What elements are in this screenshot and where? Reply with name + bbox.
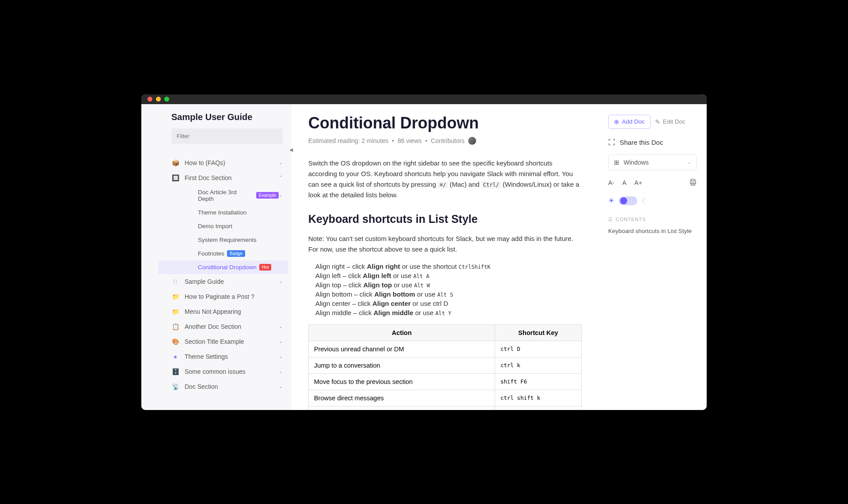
intro-paragraph: Switch the OS dropdown on the right side…: [308, 158, 582, 200]
nav-menu-not-appearing[interactable]: 📁 Menu Not Appearing: [141, 304, 292, 319]
edit-icon: ✎: [655, 118, 660, 125]
share-icon: ⛶: [608, 139, 615, 147]
chevron-down-icon: ⌄: [279, 192, 283, 198]
share-doc-row[interactable]: ⛶ Share this Doc: [608, 139, 697, 147]
reading-time: Estimated reading: 2 minutes: [308, 137, 388, 144]
minimize-window-button[interactable]: [156, 97, 161, 102]
nav-label: Sample Guide: [185, 278, 224, 285]
close-window-button[interactable]: [148, 97, 152, 102]
os-value: Windows: [624, 159, 649, 166]
chevron-down-icon: ⌄: [279, 354, 283, 359]
nav-label: Section Title Example: [185, 338, 244, 345]
notes-icon: 📋: [171, 323, 179, 331]
edit-doc-label: Edit Doc: [663, 118, 685, 125]
nav-common-issues[interactable]: 🗄️ Some common issues ⌄: [141, 364, 292, 379]
nav-label: Doc Article 3rd Depth: [198, 189, 254, 202]
nav-label: System Requirements: [198, 237, 257, 243]
nav-sample-guide[interactable]: ⟨⟩ Sample Guide ⌄: [141, 274, 292, 289]
nav-paginate-post[interactable]: 📁 How to Paginate a Post ?: [141, 289, 292, 304]
nav-theme-settings[interactable]: ● Theme Settings ⌄: [141, 349, 292, 364]
nav-sub-theme-install[interactable]: Theme Installation: [155, 206, 292, 219]
chevron-down-icon: ⌄: [279, 384, 283, 389]
window-titlebar: [141, 94, 707, 104]
list-item: Align right – click Align right or use t…: [315, 263, 582, 270]
nav-another-doc[interactable]: 📋 Another Doc Section ⌄: [141, 319, 292, 334]
nav-label: Conditional Dropdown: [198, 264, 257, 271]
add-doc-label: Add Doc: [622, 118, 645, 125]
right-sidebar: ⊕ Add Doc ✎ Edit Doc ⛶ Share this Doc ⊞ …: [598, 104, 707, 410]
sidebar-title: Sample User Guide: [141, 112, 292, 128]
contents-heading: ☰ CONTENTS: [608, 217, 697, 222]
nav-label: Menu Not Appearing: [185, 308, 241, 315]
table-row: Jump to a conversationctrl k: [309, 357, 582, 373]
nav-sub-demo-import[interactable]: Demo Import: [155, 219, 292, 233]
chevron-down-icon: ⌄: [687, 159, 691, 165]
chevron-down-icon: ⌄: [279, 339, 283, 344]
nav-label: Doc Section: [185, 383, 218, 390]
list-icon: ☰: [608, 217, 613, 222]
nav-label: Theme Settings: [185, 353, 228, 360]
contributor-avatar[interactable]: [468, 137, 476, 145]
page-meta: Estimated reading: 2 minutes • 86 views …: [308, 137, 582, 145]
toc-item[interactable]: Keyboard shortcuts in List Style: [608, 228, 697, 234]
badge-example: Example: [256, 192, 279, 199]
sidebar-collapse-handle[interactable]: ◀: [287, 146, 295, 154]
wheel-icon: 🎨: [171, 338, 179, 346]
col-action: Action: [309, 324, 495, 341]
database-icon: 🗄️: [171, 368, 179, 376]
page-title: Conditional Dropdown: [308, 114, 582, 132]
chevron-down-icon: ⌄: [279, 369, 283, 374]
nav-sub-footnotes[interactable]: Footnotes Badge: [155, 247, 292, 260]
folder-icon: 📁: [171, 293, 179, 301]
circle-icon: ●: [171, 353, 179, 361]
windows-icon: ⊞: [614, 159, 619, 166]
nav-first-doc-section[interactable]: 🔲 First Doc Section ⌃: [141, 170, 292, 185]
list-item: Align left – click Align left or use Alt…: [315, 272, 582, 279]
nav-section-title-ex[interactable]: 🎨 Section Title Example ⌄: [141, 334, 292, 349]
satellite-icon: 📡: [171, 383, 179, 391]
nav-doc-section[interactable]: 📡 Doc Section ⌄: [141, 379, 292, 394]
nav-label: Another Doc Section: [185, 323, 241, 330]
table-row: Browse direct messagesctrl shift k: [309, 390, 582, 406]
os-dropdown[interactable]: ⊞ Windows ⌄: [608, 154, 697, 170]
nav-label: Theme Installation: [198, 209, 246, 216]
font-reset-button[interactable]: A: [622, 179, 626, 186]
font-decrease-button[interactable]: A-: [608, 179, 614, 186]
moon-icon: ☾: [642, 196, 648, 205]
nav-label: How to Paginate a Post ?: [185, 293, 254, 300]
badge-hot: Hot: [259, 264, 272, 271]
maximize-window-button[interactable]: [164, 97, 169, 102]
badge-badge: Badge: [227, 250, 245, 257]
add-doc-button[interactable]: ⊕ Add Doc: [608, 115, 651, 129]
nav-sub-doc-article-3rd[interactable]: Doc Article 3rd Depth Example ⌄: [155, 185, 292, 206]
list-item: Align bottom – click Align bottom or use…: [315, 290, 582, 298]
print-button[interactable]: [689, 178, 697, 188]
table-row: Previous unread channel or DMctrl D: [309, 341, 582, 357]
list-item: Align center – click Align center or use…: [315, 300, 582, 307]
share-label: Share this Doc: [620, 139, 663, 146]
nav-how-to-faqs[interactable]: 📦 How to (FAQs) ⌄: [141, 155, 292, 170]
main-content: Conditional Dropdown Estimated reading: …: [292, 104, 598, 410]
code-icon: ⟨⟩: [171, 278, 179, 286]
edit-doc-button[interactable]: ✎ Edit Doc: [655, 115, 685, 129]
sidebar: Sample User Guide ◀ 📦 How to (FAQs) ⌄ 🔲 …: [141, 104, 292, 410]
folder-icon: 📁: [171, 308, 179, 316]
table-row: Browse channelsctrl shift L: [309, 406, 582, 410]
nav-sub-conditional-dropdown[interactable]: Conditional Dropdown Hot: [158, 260, 288, 274]
theme-toggle[interactable]: [619, 196, 637, 205]
nav-label: Some common issues: [185, 368, 246, 375]
table-row: Move focus to the previous sectionshift …: [309, 373, 582, 390]
view-count: 86 views: [398, 137, 421, 144]
shortcut-list: Align right – click Align right or use t…: [308, 263, 582, 316]
note-paragraph: Note: You can't set custom keyboard shor…: [308, 233, 582, 255]
grid-icon: 🔲: [171, 174, 179, 182]
filter-input[interactable]: [171, 128, 283, 144]
chevron-down-icon: ⌄: [279, 160, 283, 165]
chevron-down-icon: ⌄: [279, 278, 283, 284]
chevron-up-icon: ⌃: [279, 175, 283, 181]
meta-sep: •: [392, 137, 394, 144]
list-item: Align middle – click Align middle or use…: [315, 309, 582, 316]
chevron-down-icon: ⌄: [279, 323, 283, 329]
nav-sub-system-req[interactable]: System Requirements: [155, 233, 292, 247]
font-increase-button[interactable]: A+: [634, 179, 642, 186]
